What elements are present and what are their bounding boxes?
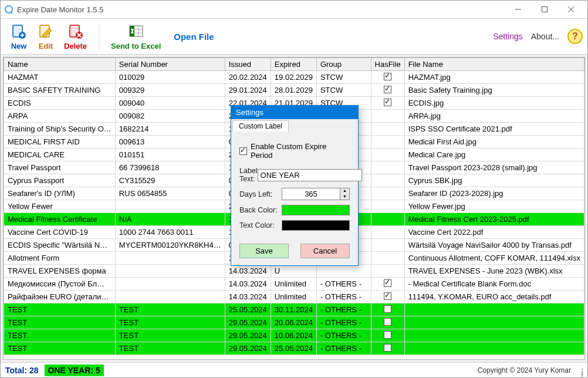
label-text-label: Label Text: <box>239 167 258 183</box>
cancel-button[interactable]: Cancel <box>300 244 350 258</box>
days-left-input[interactable] <box>282 188 340 200</box>
app-window: Expire Date Monitor 1.5.5 New Edit Delet… <box>0 0 588 378</box>
dialog-tabs: Custom Label <box>231 119 358 131</box>
status-copyright: Copyright © 2024 Yury Komar <box>478 366 571 374</box>
hasfile-checkbox[interactable] <box>384 279 391 287</box>
hasfile-checkbox[interactable] <box>384 86 391 93</box>
statusbar: Total: 28 ONE YEAR: 5 Copyright © 2024 Y… <box>1 362 587 377</box>
edit-icon <box>37 23 55 41</box>
excel-icon <box>127 23 145 41</box>
back-color-label: Back Color: <box>239 206 282 214</box>
open-file-link[interactable]: Open File <box>174 32 214 42</box>
text-color-swatch[interactable] <box>282 220 350 231</box>
tab-custom-label[interactable]: Custom Label <box>232 120 289 131</box>
table-row[interactable]: Райфайзен EURO (детали…14.03.2024Unlimit… <box>4 291 584 303</box>
text-color-label: Text Color: <box>239 221 282 230</box>
new-icon <box>10 23 28 41</box>
enable-checkbox-row[interactable]: Enable Custom Expire Period <box>239 142 350 160</box>
col-hasfile[interactable]: HasFile <box>371 58 404 71</box>
hasfile-checkbox[interactable] <box>384 305 391 313</box>
settings-link[interactable]: Settings <box>493 32 523 41</box>
close-button[interactable] <box>557 1 584 18</box>
delete-icon <box>67 23 85 41</box>
col-name[interactable]: Name <box>4 58 116 71</box>
app-icon <box>4 5 13 14</box>
days-spinner[interactable]: ▲▼ <box>340 188 350 200</box>
edit-label: Edit <box>39 42 53 50</box>
col-issued[interactable]: Issued <box>225 58 271 71</box>
enable-label: Enable Custom Expire Period <box>251 142 350 160</box>
minimize-button[interactable] <box>505 1 531 18</box>
label-text-input[interactable] <box>258 169 362 181</box>
col-filename[interactable]: File Name <box>404 58 584 71</box>
table-row[interactable]: TESTTEST25.05.202430.11.2024- OTHERS - <box>4 303 584 316</box>
resize-grip[interactable] <box>575 366 583 374</box>
header-row: Name Serial Number Issued Expired Group … <box>4 58 584 71</box>
checkbox-icon[interactable] <box>239 147 247 155</box>
hasfile-checkbox[interactable] <box>384 73 391 80</box>
settings-dialog: Settings Custom Label Enable Custom Expi… <box>231 105 359 266</box>
col-group[interactable]: Group <box>316 58 371 71</box>
table-row[interactable]: TESTTEST29.05.202410.06.2024- OTHERS - <box>4 329 584 342</box>
table-row[interactable]: TESTTEST29.05.202420.06.2024- OTHERS - <box>4 316 584 329</box>
hasfile-checkbox[interactable] <box>384 344 391 352</box>
send-to-excel-button[interactable]: Send to Excel <box>106 22 165 52</box>
dialog-title: Settings <box>231 106 358 119</box>
back-color-swatch[interactable] <box>282 205 350 215</box>
status-total: Total: 28 <box>5 366 39 375</box>
table-row[interactable]: BASIC SAFETY TRAINING00932929.01.202428.… <box>4 84 584 97</box>
status-oneyear: ONE YEAR: 5 <box>45 365 104 376</box>
delete-button[interactable]: Delete <box>59 22 92 52</box>
toolbar: New Edit Delete Send to Excel Open File … <box>1 18 587 55</box>
new-label: New <box>11 42 27 50</box>
excel-label: Send to Excel <box>111 42 161 50</box>
table-row[interactable]: Медкомиссия (Пустой Бл…14.03.2024Unlimit… <box>4 278 584 291</box>
col-expired[interactable]: Expired <box>271 58 316 71</box>
help-icon[interactable]: ? <box>567 29 583 44</box>
window-title: Expire Date Monitor 1.5.5 <box>17 5 103 14</box>
delete-label: Delete <box>64 42 87 50</box>
about-link[interactable]: About... <box>531 32 559 41</box>
save-button[interactable]: Save <box>239 244 289 258</box>
table-row[interactable]: TRAVEL EXPENSES форма14.03.2024UTRAVEL E… <box>4 265 584 278</box>
hasfile-checkbox[interactable] <box>384 292 391 300</box>
new-button[interactable]: New <box>5 22 32 52</box>
hasfile-checkbox[interactable] <box>384 318 391 326</box>
svg-rect-3 <box>542 7 547 12</box>
days-left-label: Days Left: <box>239 190 282 198</box>
hasfile-checkbox[interactable] <box>384 331 391 339</box>
maximize-button[interactable] <box>531 1 557 18</box>
col-serial[interactable]: Serial Number <box>115 58 225 71</box>
titlebar: Expire Date Monitor 1.5.5 <box>1 1 587 18</box>
table-row[interactable]: HAZMAT01002920.02.202419.02.2029STCWHAZM… <box>4 71 584 84</box>
hasfile-checkbox[interactable] <box>384 99 391 106</box>
edit-button[interactable]: Edit <box>32 22 59 52</box>
table-row[interactable]: TESTTEST29.05.202425.05.2024- OTHERS - <box>4 342 584 355</box>
divider <box>99 23 99 50</box>
